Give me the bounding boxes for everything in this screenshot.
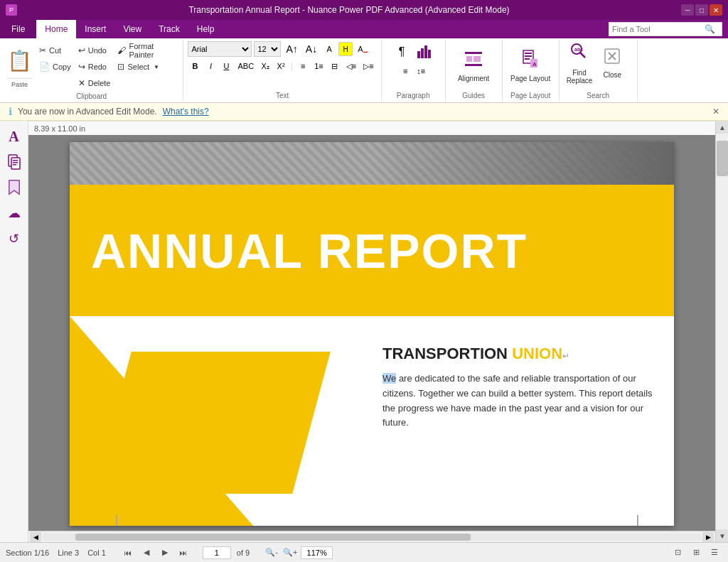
indent-btn[interactable]: ▷≡ [360, 59, 376, 73]
sidebar-history-tool[interactable]: ↺ [4, 229, 24, 249]
sidebar-text-tool[interactable]: A [4, 126, 24, 146]
v-scroll-thumb[interactable] [717, 141, 728, 176]
whats-this-link[interactable]: What's this? [163, 107, 209, 117]
alignment-button[interactable]: Alignment [455, 48, 492, 83]
copy-icon: 📄 [39, 62, 50, 72]
guides-group: Alignment Guides [446, 40, 503, 101]
scroll-left-btn[interactable]: ◀ [30, 532, 41, 542]
find-tool-search-icon: 🔍 [705, 24, 715, 34]
left-sidebar: A ☁ ↺ [0, 121, 28, 542]
highlight-btn[interactable]: H [338, 42, 353, 56]
app-icon: P [6, 4, 17, 16]
svg-rect-3 [428, 50, 431, 58]
font-size-selector[interactable]: 12 [254, 41, 281, 57]
selected-text: We [382, 373, 396, 384]
sidebar-cloud-tool[interactable]: ☁ [4, 203, 24, 223]
company-title-black: TRANSPORTION [382, 345, 512, 362]
main-area: A ☁ ↺ 8.39 x 11.00 in [0, 121, 728, 542]
select-dropdown-icon[interactable]: ▼ [154, 64, 159, 70]
next-page-btn[interactable]: ▶ [157, 546, 173, 560]
paragraph-btn[interactable]: ¶ [391, 41, 412, 63]
redo-button[interactable]: ↪ Redo [75, 59, 114, 75]
page-layout-group: A Page Layout Page Layout [503, 40, 560, 101]
scroll-mode-btn[interactable]: ☰ [707, 546, 722, 560]
menu-item-insert[interactable]: Insert [76, 20, 114, 38]
v-scroll-track[interactable] [716, 134, 728, 529]
search-label: Search [564, 90, 633, 99]
strikethrough-btn[interactable]: ABC [235, 59, 257, 73]
first-page-btn[interactable]: ⏮ [120, 546, 136, 560]
h-scroll-thumb[interactable] [75, 534, 471, 541]
menu-item-home[interactable]: Home [36, 20, 76, 38]
superscript-btn[interactable]: X² [274, 59, 288, 73]
close-button[interactable]: ✕ [710, 4, 722, 16]
undo-icon: ↩ [78, 45, 85, 55]
paste-button[interactable]: 📋 Paste [4, 41, 35, 91]
guides-label: Guides [450, 90, 498, 99]
svg-text:A: A [532, 61, 537, 67]
zoom-level-input[interactable] [301, 546, 333, 559]
corner-marker-br [624, 515, 638, 526]
close-info-button[interactable]: ✕ [712, 107, 719, 117]
prev-page-btn[interactable]: ◀ [139, 546, 154, 560]
menu-item-help[interactable]: Help [188, 20, 223, 38]
text-label: Text [188, 90, 376, 99]
page-layout-button[interactable]: A Page Layout [508, 48, 553, 83]
scroll-right-btn[interactable]: ▶ [702, 532, 714, 542]
para-spacing-btn[interactable]: ↕≡ [414, 64, 428, 78]
subscript-btn[interactable]: X₂ [258, 59, 272, 73]
page-number-input[interactable] [203, 546, 231, 559]
svg-rect-23 [13, 162, 18, 163]
find-tool-input[interactable] [612, 25, 705, 33]
single-page-btn[interactable]: ⊡ [670, 546, 685, 560]
company-body-text: We are dedicated to the safe and reliabl… [382, 372, 653, 431]
h-scroll-track[interactable] [43, 534, 701, 541]
font-name-selector[interactable]: Arial [188, 41, 252, 57]
info-icon: ℹ [9, 106, 12, 117]
scroll-up-btn[interactable]: ▲ [716, 121, 728, 134]
menu-item-track[interactable]: Track [150, 20, 188, 38]
scroll-down-btn[interactable]: ▼ [716, 529, 728, 542]
num-list-btn[interactable]: 1≡ [311, 59, 326, 73]
zoom-in-btn[interactable]: 🔍+ [282, 546, 298, 560]
bullet-list-btn[interactable]: ≡ [296, 59, 310, 73]
svg-rect-1 [421, 48, 424, 58]
bold-btn[interactable]: B [188, 59, 202, 73]
find-replace-button[interactable]: abc Find Replace [564, 41, 596, 84]
doc-scroll[interactable]: ANNUAL REPORT TRANSPORTION UNION↵ [28, 135, 715, 531]
italic-btn[interactable]: I [203, 59, 218, 73]
delete-button[interactable]: ✕ Delete [75, 75, 114, 91]
clear-format-btn[interactable]: A [322, 42, 336, 56]
h-scrollbar[interactable]: ◀ ▶ [28, 531, 715, 542]
undo-button[interactable]: ↩ Undo [75, 43, 114, 58]
last-page-btn[interactable]: ⏭ [176, 546, 191, 560]
align-left-btn[interactable]: ≡ [398, 64, 412, 78]
format-painter-icon: 🖌 [117, 45, 126, 55]
maximize-button[interactable]: □ [695, 4, 708, 16]
increase-font-btn[interactable]: A↑ [283, 42, 300, 56]
underline-btn[interactable]: U [219, 59, 233, 73]
close-panel-button[interactable]: Close [599, 41, 625, 84]
col-status: Col 1 [87, 549, 106, 557]
sidebar-bookmark-tool[interactable] [4, 178, 24, 198]
copy-button[interactable]: 📄 Copy [36, 59, 74, 75]
two-page-btn[interactable]: ⊞ [688, 546, 704, 560]
zoom-out-btn[interactable]: 🔍- [264, 546, 279, 560]
minimize-button[interactable]: ─ [681, 4, 694, 16]
menu-bar: File Home Insert View Track Help 🔍 [0, 20, 728, 38]
sidebar-pages-tool[interactable] [4, 152, 24, 172]
format-painter-button[interactable]: 🖌 Format Painter [114, 43, 178, 58]
company-info: TRANSPORTION UNION↵ We are dedicated to … [382, 345, 653, 431]
select-icon: ⊡ [117, 62, 124, 72]
decrease-font-btn[interactable]: A↓ [303, 42, 320, 56]
outdent-btn[interactable]: ◁≡ [343, 59, 359, 73]
menu-item-file[interactable]: File [0, 20, 36, 38]
cut-button[interactable]: ✂ Cut [36, 43, 74, 58]
menu-item-view[interactable]: View [114, 20, 150, 38]
paste-label[interactable]: Paste [7, 78, 32, 90]
list-style-btn[interactable]: ⊟ [328, 59, 342, 73]
select-button[interactable]: ⊡ Select ▼ [114, 59, 178, 75]
font-color-btn[interactable]: A▁ [355, 42, 370, 56]
section-status: Section 1/16 [6, 549, 49, 557]
paste-icon[interactable]: 📋 [7, 43, 32, 78]
